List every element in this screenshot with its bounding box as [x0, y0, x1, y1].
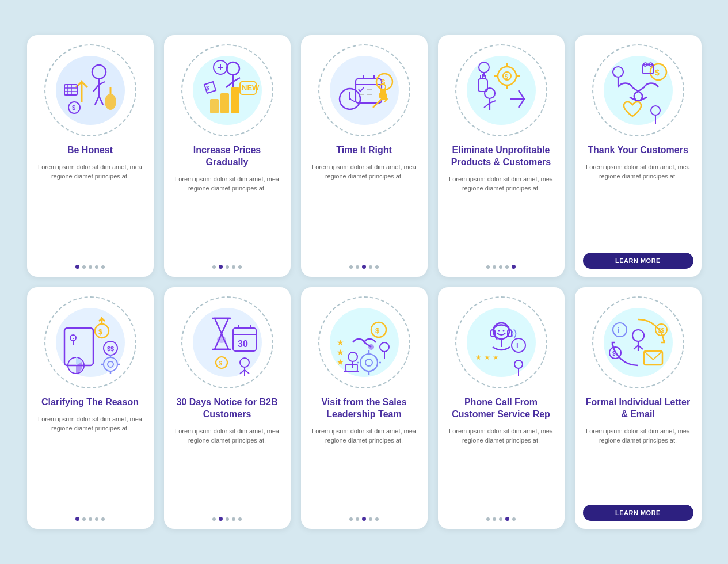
- card-body-increase-prices: Lorem ipsum dolor sit dim amet, mea regi…: [172, 174, 283, 258]
- icon-30-days-notice: $ 30: [181, 296, 273, 388]
- card-thank-customers: $ Thank Your Customers Lorem ipsum dolor…: [575, 35, 702, 277]
- card-title-time-it-right: Time It Right: [336, 144, 392, 157]
- dot-3: [89, 265, 92, 269]
- dot-4: [95, 265, 98, 269]
- dots-phone-call: [486, 517, 516, 521]
- card-clarifying-reason: i $ $$: [27, 287, 154, 529]
- dot-5: [101, 265, 105, 269]
- svg-point-93: [217, 336, 226, 343]
- card-be-honest: $ Be Honest Lorem ipsum dolor sit dim am…: [27, 35, 154, 277]
- svg-text:$: $: [219, 360, 222, 367]
- dot-5: [238, 517, 242, 521]
- dot-2: [493, 517, 496, 521]
- card-phone-call: ★ ★ ★ i Phone Call From Customer Service…: [438, 287, 565, 529]
- dot-4: [505, 265, 509, 269]
- dot-3: [362, 517, 366, 521]
- svg-rect-24: [210, 99, 219, 113]
- dot-2: [219, 517, 223, 521]
- dot-5: [375, 265, 379, 269]
- card-body-clarifying-reason: Lorem ipsum dolor sit dim amet, mea regi…: [35, 414, 146, 510]
- svg-text:$$: $$: [658, 327, 665, 334]
- dots-increase-prices: [212, 265, 242, 269]
- card-title-increase-prices: Increase Prices Gradually: [172, 144, 283, 169]
- card-body-formal-letter: Lorem ipsum dolor sit dim amet, mea regi…: [583, 426, 693, 498]
- card-body-30-days-notice: Lorem ipsum dolor sit dim amet, mea regi…: [172, 426, 283, 510]
- dot-3: [362, 265, 366, 269]
- dot-5: [101, 517, 105, 521]
- dot-1: [75, 517, 79, 521]
- dot-4: [232, 517, 235, 521]
- card-grid: $ Be Honest Lorem ipsum dolor sit dim am…: [27, 35, 702, 529]
- icon-increase-prices: NEW $: [181, 44, 273, 136]
- svg-text:i: i: [516, 341, 519, 350]
- dot-1: [349, 265, 353, 269]
- dot-2: [82, 265, 86, 269]
- dot-1: [212, 265, 216, 269]
- svg-text:i: i: [618, 326, 620, 334]
- svg-point-47: [467, 56, 536, 125]
- svg-text:$: $: [655, 68, 660, 77]
- card-body-thank-customers: Lorem ipsum dolor sit dim amet, mea regi…: [583, 162, 693, 246]
- svg-point-0: [56, 56, 125, 125]
- dot-4: [369, 265, 372, 269]
- card-body-phone-call: Lorem ipsum dolor sit dim amet, mea regi…: [446, 426, 557, 510]
- svg-point-126: [498, 330, 500, 332]
- svg-point-67: [604, 56, 673, 125]
- card-title-thank-customers: Thank Your Customers: [588, 144, 688, 157]
- svg-text:i: i: [72, 336, 75, 348]
- svg-text:$: $: [98, 328, 102, 336]
- svg-text:★: ★: [493, 353, 499, 361]
- dot-2: [219, 265, 223, 269]
- card-formal-letter: i $ $$ Formal Individual Letter & Email …: [575, 287, 702, 529]
- card-body-time-it-right: Lorem ipsum dolor sit dim amet, mea regi…: [309, 162, 420, 258]
- svg-text:★: ★: [484, 353, 490, 361]
- card-title-clarifying-reason: Clarifying The Reason: [41, 397, 139, 409]
- dot-5: [375, 517, 379, 521]
- learn-more-btn-1[interactable]: LEARN MORE: [583, 253, 693, 269]
- svg-text:$: $: [612, 350, 616, 357]
- card-title-formal-letter: Formal Individual Letter & Email: [583, 397, 693, 421]
- icon-be-honest: $: [44, 44, 136, 136]
- dot-3: [226, 517, 229, 521]
- dot-2: [356, 265, 359, 269]
- card-body-be-honest: Lorem ipsum dolor sit dim amet, mea regi…: [35, 162, 146, 258]
- dot-1: [486, 265, 490, 269]
- dots-time-it-right: [349, 265, 379, 269]
- svg-text:$: $: [375, 326, 380, 335]
- dot-4: [232, 265, 235, 269]
- learn-more-btn-2[interactable]: LEARN MORE: [583, 505, 693, 521]
- svg-text:★: ★: [337, 338, 344, 347]
- dot-2: [356, 517, 359, 521]
- card-time-it-right: $ Time It Right Lorem ipsum dolor sit di…: [301, 35, 428, 277]
- card-title-phone-call: Phone Call From Customer Service Rep: [446, 397, 557, 421]
- dot-1: [486, 517, 490, 521]
- svg-text:30: 30: [238, 339, 248, 349]
- card-30-days-notice: $ 30 30 Days Notice for B2B Customers Lo…: [164, 287, 291, 529]
- svg-text:★: ★: [337, 348, 344, 357]
- svg-rect-25: [220, 93, 229, 113]
- svg-point-30: [330, 56, 399, 125]
- dots-eliminate-unprofitable: [486, 265, 516, 269]
- svg-text:★: ★: [475, 353, 482, 361]
- card-visit-sales: ★ ★ ★ $: [301, 287, 428, 529]
- dots-30-days-notice: [212, 517, 242, 521]
- svg-text:$: $: [505, 74, 508, 80]
- card-eliminate-unprofitable: $ Eliminate Unprofitable Produc: [438, 35, 565, 277]
- icon-time-it-right: $: [318, 44, 410, 136]
- card-increase-prices: NEW $ Increase Prices Gradually Lorem ip…: [164, 35, 291, 277]
- svg-point-109: [368, 344, 374, 350]
- dot-1: [75, 265, 79, 269]
- dot-4: [369, 517, 372, 521]
- dot-2: [493, 265, 496, 269]
- icon-visit-sales: ★ ★ ★ $: [318, 296, 410, 388]
- dot-3: [89, 517, 92, 521]
- icon-phone-call: ★ ★ ★ i: [455, 296, 547, 388]
- dots-be-honest: [75, 265, 105, 269]
- card-title-visit-sales: Visit from the Sales Leadership Team: [309, 397, 420, 421]
- icon-thank-customers: $: [592, 44, 684, 136]
- dots-visit-sales: [349, 517, 379, 521]
- dot-2: [82, 517, 86, 521]
- dot-3: [499, 265, 502, 269]
- card-title-be-honest: Be Honest: [67, 144, 113, 157]
- icon-clarifying-reason: i $ $$: [44, 296, 136, 388]
